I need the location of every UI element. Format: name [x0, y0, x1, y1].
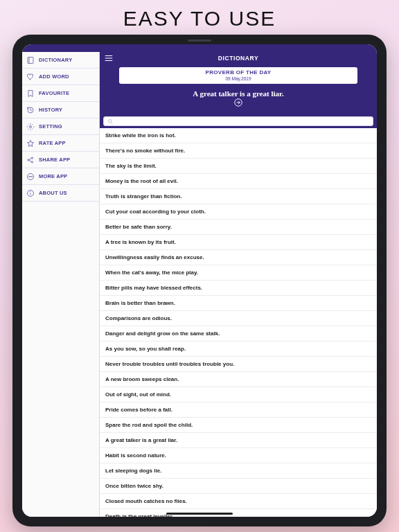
next-icon[interactable]: [233, 98, 243, 107]
info-icon: [26, 189, 35, 197]
sidebar-item-setting[interactable]: SETTING: [22, 118, 99, 135]
sidebar-item-history[interactable]: HISTORY: [22, 102, 99, 118]
list-item[interactable]: Death is the great leveller.: [100, 509, 377, 517]
sidebar-item-dictionary[interactable]: DICTIONARY: [22, 52, 99, 69]
list-item[interactable]: Let sleeping dogs lie.: [100, 463, 377, 479]
sidebar-item-label: SHARE APP: [39, 157, 70, 163]
more-icon: [26, 172, 35, 181]
next-wrap: [100, 98, 377, 114]
sidebar-item-label: RATE APP: [39, 140, 66, 146]
svg-point-5: [109, 119, 112, 123]
gear-icon: [26, 123, 35, 131]
menu-icon[interactable]: [104, 53, 114, 63]
list-item[interactable]: Danger and delight grow on the same stal…: [100, 326, 377, 342]
sidebar: DICTIONARYADD WORDFAVOURITEHISTORYSETTIN…: [22, 52, 100, 517]
list-item[interactable]: Bitter pills may have blessed effects.: [100, 281, 377, 296]
screen: DICTIONARYADD WORDFAVOURITEHISTORYSETTIN…: [22, 44, 377, 517]
list-item[interactable]: Unwillingness easily finds an excuse.: [100, 250, 377, 265]
sidebar-item-about-us[interactable]: ABOUT US: [22, 185, 99, 202]
list-item[interactable]: Money is the root of all evil.: [100, 174, 377, 189]
list-item[interactable]: When the cat's away, the mice play.: [100, 265, 377, 281]
sidebar-item-rate-app[interactable]: RATE APP: [22, 135, 99, 152]
share-icon: [26, 156, 35, 164]
screen-title: DICTIONARY: [114, 55, 363, 62]
proverb-of-day-card: PROVERB OF THE DAY 09.May.2019: [119, 67, 357, 84]
sidebar-item-favourite[interactable]: FAVOURITE: [22, 85, 99, 102]
list-item[interactable]: As you sow, so you shall reap.: [100, 342, 377, 357]
book-icon: [26, 56, 35, 64]
potd-date: 09.May.2019: [122, 76, 355, 81]
sidebar-item-label: FAVOURITE: [39, 90, 69, 96]
list-item[interactable]: A great talker is a great liar.: [100, 433, 377, 448]
home-indicator: [166, 513, 233, 515]
sidebar-item-label: ABOUT US: [39, 190, 67, 196]
list-item[interactable]: Never trouble troubles until troubles tr…: [100, 357, 377, 372]
search-bar[interactable]: [103, 116, 373, 126]
list-item[interactable]: Cut your coat according to your cloth.: [100, 204, 377, 220]
title-bar: DICTIONARY: [100, 52, 377, 64]
hero-title: EASY TO USE: [0, 0, 399, 35]
list-item[interactable]: Comparisons are odious.: [100, 311, 377, 326]
list-item[interactable]: Habit is second nature.: [100, 448, 377, 463]
tablet-frame: DICTIONARYADD WORDFAVOURITEHISTORYSETTIN…: [12, 35, 387, 526]
potd-text: A great talker is a great liar.: [100, 88, 377, 98]
sidebar-item-add-word[interactable]: ADD WORD: [22, 69, 99, 85]
list-item[interactable]: A new broom sweeps clean.: [100, 372, 377, 387]
sidebar-item-label: ADD WORD: [39, 73, 69, 80]
proverb-list[interactable]: Strike while the iron is hot.There's no …: [100, 128, 377, 517]
split: DICTIONARYADD WORDFAVOURITEHISTORYSETTIN…: [22, 52, 377, 517]
heart-icon: [26, 73, 35, 81]
sidebar-item-label: HISTORY: [39, 107, 62, 113]
sidebar-item-share-app[interactable]: SHARE APP: [22, 152, 99, 168]
list-item[interactable]: Spare the rod and spoil the child.: [100, 418, 377, 433]
svg-line-6: [112, 123, 113, 124]
list-item[interactable]: Once bitten twice shy.: [100, 479, 377, 494]
list-item[interactable]: Truth is stranger than fiction.: [100, 189, 377, 204]
list-item[interactable]: There's no smoke without fire.: [100, 143, 377, 159]
potd-label: PROVERB OF THE DAY: [122, 69, 355, 76]
list-item[interactable]: The sky is the limit.: [100, 159, 377, 174]
list-item[interactable]: Out of sight, out of mind.: [100, 387, 377, 402]
list-item[interactable]: A tree is known by its fruit.: [100, 235, 377, 250]
header: DICTIONARY PROVERB OF THE DAY 09.May.201…: [100, 52, 377, 128]
list-item[interactable]: Brain is better than brawn.: [100, 296, 377, 311]
sidebar-item-label: MORE APP: [39, 173, 67, 179]
search-input[interactable]: [116, 119, 369, 124]
list-item[interactable]: Pride comes before a fall.: [100, 402, 377, 418]
sidebar-item-label: SETTING: [39, 123, 62, 130]
bookmark-icon: [26, 89, 35, 98]
list-item[interactable]: Closed mouth catches no flies.: [100, 494, 377, 509]
star-icon: [26, 139, 35, 148]
sidebar-item-label: DICTIONARY: [39, 57, 72, 63]
list-item[interactable]: Better be safe than sorry.: [100, 220, 377, 235]
sidebar-item-more-app[interactable]: MORE APP: [22, 168, 99, 185]
list-item[interactable]: Strike while the iron is hot.: [100, 128, 377, 143]
search-icon: [107, 118, 114, 125]
main-pane: DICTIONARY PROVERB OF THE DAY 09.May.201…: [100, 52, 377, 517]
history-icon: [26, 106, 35, 114]
status-bar: [22, 44, 377, 52]
